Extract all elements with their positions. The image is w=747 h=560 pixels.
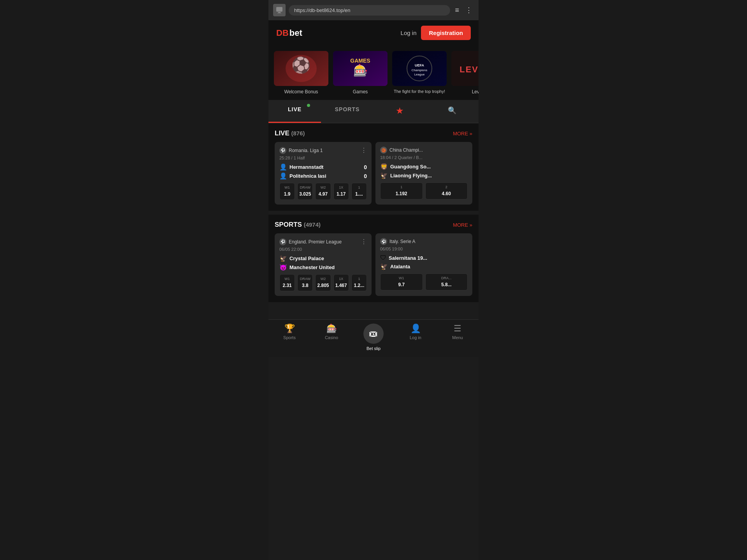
sports-team2-icon-0: 😈 [279,264,287,271]
sports-odd-w1-0[interactable]: W1 2.31 [279,274,295,291]
sports-odds-row-0: W1 2.31 DRAW 3.8 W2 2.805 1X 1.467 [279,274,367,291]
sports-more-link[interactable]: MORE » [453,222,472,228]
promo-img-games: GAMES 🎰 [333,51,388,86]
register-button[interactable]: Registration [421,26,471,40]
odd-btn-1x-0[interactable]: 1X 1.17 [333,183,349,200]
sports-event-league-name-1: ⚽ Italy. Serie A [380,238,468,245]
bottom-nav-menu[interactable]: ☰ Menu [437,324,479,351]
sports-team2-1: 🦅 Atalanta [380,263,468,270]
team2-icon-0: 👤 [279,172,287,180]
sports-odd-w2-0[interactable]: W2 2.805 [315,274,331,291]
logo-bet: bet [289,28,302,38]
svg-text:🎰: 🎰 [353,63,368,77]
bottom-nav-login[interactable]: 👤 Log in [395,324,437,351]
svg-text:League: League [414,73,425,76]
promo-card-levels[interactable]: LEVELS Levels [451,51,479,94]
browser-dots-button[interactable]: ⋮ [464,4,474,16]
promo-img-welcome: ⚽ [274,51,328,86]
odd-btn-w2-0[interactable]: W2 4.97 [315,183,331,200]
betslip-nav-label: Bet slip [366,346,381,351]
promo-label-welcome: Welcome Bonus [284,89,318,94]
odd-btn-extra-0[interactable]: 1 1.... [351,183,367,200]
sports-nav-label: Sports [283,335,296,340]
spacer [268,302,479,310]
sports-event-card-1: ⚽ Italy. Serie A 06/05 19:00 🛡 Salernita… [375,233,472,296]
browser-menu-button[interactable]: ≡ [453,4,461,16]
event-time-0: 25:28 / 1 Half [279,156,367,160]
promo-label-champions: The fight for the top trophy! [394,89,445,94]
tab-search[interactable]: 🔍 [426,100,479,123]
sports-nav-icon: 🏆 [284,324,295,334]
sports-events-row: ⚽ England. Premier League ⋮ 06/05 22:00 … [275,233,472,296]
odd-btn-2-1[interactable]: 2 4.60 [425,182,468,200]
sports-odd-draw-0[interactable]: DRAW 3.8 [297,274,313,291]
event-league-1: 🏀 China Champi... [380,147,468,154]
sports-event-more-btn-0[interactable]: ⋮ [361,238,367,245]
sports-event-time-0: 06/05 22:00 [279,247,367,252]
sports-team2-icon-1: 🦅 [380,263,388,270]
bottom-nav-betslip[interactable]: 🎟 Bet slip [352,324,395,351]
bottom-nav-casino[interactable]: 🎰 Casino [310,324,352,351]
team2-name-0: Politehnica Iasi [289,173,364,179]
team2-icon-1: 🦅 [380,172,388,179]
search-icon: 🔍 [448,107,457,114]
event-more-btn-0[interactable]: ⋮ [361,147,367,154]
promo-label-levels: Levels [472,89,479,94]
bet-slip-icon: 🎟 [363,324,384,344]
tab-sports[interactable]: SPORTS [321,100,374,123]
event-league-name-1: 🏀 China Champi... [380,147,468,154]
live-section-header: LIVE (876) MORE » [275,130,472,137]
odd-btn-w1-0[interactable]: W1 1.9 [279,183,295,200]
sports-section-header: SPORTS (4974) MORE » [275,221,472,229]
tab-live[interactable]: LIVE [268,100,321,123]
live-events-row: ⚽ Romania. Liga 1 ⋮ 25:28 / 1 Half 👤 Her… [275,142,472,205]
casino-nav-icon: 🎰 [326,324,337,334]
logo[interactable]: DB bet [276,28,302,38]
league-icon-1: 🏀 [380,147,387,154]
sports-odd-extra-0[interactable]: 1 1.2... [351,274,367,291]
svg-text:⚽: ⚽ [291,56,311,74]
sports-team2-name-0: Manchester United [289,264,367,270]
sports-team2-name-1: Atalanta [390,264,468,270]
svg-text:GAMES: GAMES [350,58,370,64]
team1-icon-0: 👤 [279,163,287,171]
svg-text:UEFA: UEFA [415,63,424,67]
promo-img-champions: UEFA Champions League [392,51,447,86]
header-actions: Log in Registration [401,26,471,40]
browser-bar: https://db-bet8624.top/en ≡ ⋮ [268,0,479,20]
odd-btn-draw-0[interactable]: DRAW 3.025 [297,183,313,200]
team2-name-1: Liaoning Flying... [390,173,468,178]
team1-name-1: Guangdong So... [390,164,468,170]
sports-team1-1: 🛡 Salernitana 19... [380,254,468,261]
logo-db: DB [276,28,289,38]
live-count: (876) [291,130,305,136]
sports-section-title: SPORTS (4974) [275,221,321,229]
nav-tabs: LIVE SPORTS ★ 🔍 [268,100,479,123]
browser-icon [273,4,286,16]
login-button[interactable]: Log in [401,30,417,36]
sports-odd-draw-1[interactable]: DRA... 5.8... [425,273,468,290]
sports-odd-1x-0[interactable]: 1X 1.467 [333,274,349,291]
sports-team1-name-1: Salernitana 19... [389,255,468,261]
browser-actions: ≡ ⋮ [453,4,474,16]
sports-section: SPORTS (4974) MORE » ⚽ England. Premier … [268,215,479,302]
live-dot [307,104,310,107]
sports-event-league-name-0: ⚽ England. Premier League [279,238,361,245]
live-more-link[interactable]: MORE » [453,131,472,136]
sports-event-league-0: ⚽ England. Premier League ⋮ [279,238,367,245]
tab-favorites[interactable]: ★ [374,100,426,123]
promo-card-games[interactable]: GAMES 🎰 Games [333,51,388,94]
bottom-nav-sports[interactable]: 🏆 Sports [268,324,310,351]
live-section: LIVE (876) MORE » ⚽ Romania. Liga 1 ⋮ 25… [268,123,479,211]
live-section-title: LIVE (876) [275,130,305,137]
odd-btn-1-1[interactable]: 1 1.192 [380,182,423,200]
browser-url[interactable]: https://db-bet8624.top/en [289,5,450,16]
favorites-icon: ★ [396,107,403,115]
svg-rect-2 [277,13,281,13]
sports-odd-w1-1[interactable]: W1 9.7 [380,273,423,290]
promo-card-welcome[interactable]: ⚽ Welcome Bonus [274,51,328,94]
promo-card-champions[interactable]: UEFA Champions League The fight for the … [392,51,447,94]
sports-team1-icon-1: 🛡 [380,254,386,261]
app-header: DB bet Log in Registration [268,20,479,46]
event-league-name-0: ⚽ Romania. Liga 1 [279,147,361,154]
